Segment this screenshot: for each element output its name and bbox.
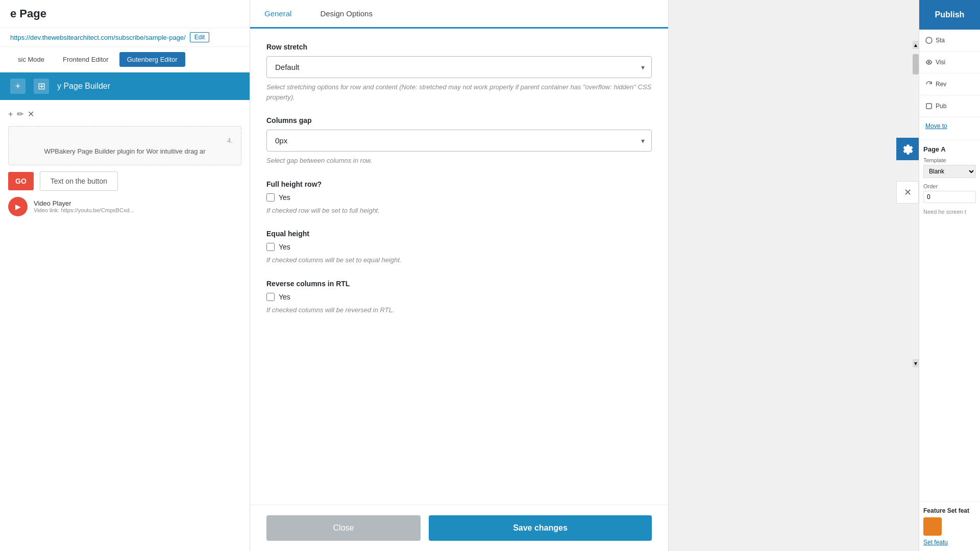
columns-gap-hint: Select gap between columns in row.: [266, 156, 652, 166]
tab-design-options[interactable]: Design Options: [306, 0, 387, 27]
row-stretch-select-wrapper: Default Stretch row Stretch row and cont…: [266, 56, 652, 78]
svg-rect-2: [926, 104, 932, 109]
feature-set-link[interactable]: Set featu: [923, 539, 976, 546]
builder-title: y Page Builder: [57, 82, 110, 91]
text-on-button: Text on the button: [40, 171, 118, 191]
sidebar-item-status[interactable]: Sta: [919, 30, 980, 52]
reverse-columns-rtl-label: Reverse columns in RTL: [266, 280, 652, 288]
modal-tabs: General Design Options: [250, 0, 668, 29]
sidebar-item-status-label: Sta: [936, 37, 945, 44]
row-stretch-group: Row stretch Default Stretch row Stretch …: [266, 43, 652, 102]
equal-height-label: Equal height: [266, 230, 652, 238]
feature-set-icon: [923, 517, 942, 536]
add-row-button[interactable]: +: [10, 79, 26, 94]
panel-close-button[interactable]: ✕: [896, 181, 919, 204]
editor-tabs: sic Mode Frontend Editor Gutenberg Edito…: [0, 47, 250, 72]
tab-gutenberg[interactable]: Gutenberg Editor: [119, 52, 185, 67]
order-field: Order 0: [923, 183, 976, 203]
columns-gap-label: Columns gap: [266, 116, 652, 124]
reverse-columns-rtl-group: Reverse columns in RTL Yes If checked co…: [266, 280, 652, 315]
layout-button[interactable]: ⊞: [34, 79, 49, 94]
row-controls: + ✏ ✕: [8, 106, 241, 122]
equal-height-group: Equal height Yes If checked columns will…: [266, 230, 652, 265]
svg-point-0: [926, 37, 932, 43]
svg-point-1: [928, 62, 930, 63]
save-changes-button[interactable]: Save changes: [429, 515, 652, 541]
full-height-row-group: Full height row? Yes If checked row will…: [266, 180, 652, 216]
page-attributes-title: Page A: [923, 145, 976, 153]
sidebar-item-published-label: Pub: [936, 103, 946, 110]
sidebar-icon-list: Sta Visi Rev Pub: [919, 30, 980, 117]
sidebar-item-revisions[interactable]: Rev: [919, 73, 980, 95]
template-label: Template: [923, 157, 976, 163]
reverse-columns-rtl-hint: If checked columns will be reversed in R…: [266, 305, 652, 315]
video-title: Video Player: [34, 199, 134, 207]
row-stretch-label: Row stretch: [266, 43, 652, 51]
full-height-row-checkbox-row: Yes: [266, 193, 652, 202]
full-height-row-label: Full height row?: [266, 180, 652, 188]
modal-body: Row stretch Default Stretch row Stretch …: [250, 29, 668, 505]
sidebar-item-published[interactable]: Pub: [919, 95, 980, 117]
builder-header: + ⊞ y Page Builder: [0, 72, 250, 100]
right-panel: Publish Sta Visi Rev Pub Move to Page A …: [919, 0, 980, 551]
order-label: Order: [923, 183, 976, 189]
builder-canvas: + ✏ ✕ 4. WPBakery Page Builder plugin fo…: [0, 100, 250, 228]
go-button[interactable]: GO: [8, 172, 34, 190]
tab-frontend[interactable]: Frontend Editor: [55, 52, 116, 67]
gear-button[interactable]: [896, 138, 919, 160]
equal-height-checkbox-label[interactable]: Yes: [279, 243, 290, 251]
tab-classic[interactable]: sic Mode: [10, 52, 52, 67]
equal-height-hint: If checked columns will be set to equal …: [266, 255, 652, 265]
full-height-row-hint: If checked row will be set to full heigh…: [266, 206, 652, 216]
feature-set-title: Feature Set feat: [923, 507, 976, 514]
number-badge: 4.: [17, 135, 233, 146]
video-info: Video Player Video link: https://youtu.b…: [34, 199, 134, 213]
sidebar-item-revisions-label: Rev: [936, 81, 946, 88]
close-button[interactable]: Close: [266, 515, 421, 541]
page-title: e Page: [10, 7, 239, 20]
content-text: WPBakery Page Builder plugin for Wor int…: [17, 146, 233, 157]
scroll-up-button[interactable]: ▲: [913, 41, 919, 49]
row-stretch-select[interactable]: Default Stretch row Stretch row and cont…: [266, 56, 652, 78]
left-panel: e Page https://dev.thewebsitearchitect.c…: [0, 0, 250, 551]
content-block: 4. WPBakery Page Builder plugin for Wor …: [8, 126, 241, 165]
full-height-row-checkbox[interactable]: [266, 193, 275, 202]
video-row: ▶ Video Player Video link: https://youtu…: [8, 197, 241, 216]
template-field: Template Blank: [923, 157, 976, 178]
close-x-icon: ✕: [904, 187, 912, 198]
order-input[interactable]: 0: [923, 191, 976, 203]
sidebar-item-visibility[interactable]: Visi: [919, 52, 980, 73]
tab-general[interactable]: General: [250, 0, 306, 29]
url-bar: https://dev.thewebsitearchitect.com/subs…: [0, 28, 250, 47]
sidebar-item-visibility-label: Visi: [936, 59, 945, 66]
columns-gap-select-wrapper: 0px 5px 10px 15px 20px 35px ▾: [266, 130, 652, 152]
full-height-row-checkbox-label[interactable]: Yes: [279, 193, 290, 202]
page-title-bar: e Page: [0, 0, 250, 28]
row-stretch-hint: Select stretching options for row and co…: [266, 82, 652, 102]
reverse-columns-rtl-checkbox-label[interactable]: Yes: [279, 293, 290, 301]
reverse-columns-rtl-checkbox-row: Yes: [266, 293, 652, 301]
video-link: Video link: https://youtu.be/CmpsBCxd...: [34, 207, 134, 213]
reverse-columns-rtl-checkbox[interactable]: [266, 293, 275, 301]
publish-button[interactable]: Publish: [919, 0, 980, 30]
columns-gap-select[interactable]: 0px 5px 10px 15px 20px 35px: [266, 130, 652, 152]
scroll-down-button[interactable]: ▼: [913, 359, 919, 367]
page-url[interactable]: https://dev.thewebsitearchitect.com/subs…: [10, 34, 186, 41]
move-to-link[interactable]: Move to: [919, 117, 980, 135]
equal-height-checkbox[interactable]: [266, 243, 275, 251]
edit-button[interactable]: Edit: [190, 32, 210, 42]
delete-row-button[interactable]: ✕: [28, 109, 34, 119]
modal-scrollbar: ▲ ▼: [913, 41, 919, 367]
add-element-button[interactable]: +: [8, 110, 13, 119]
scrollbar-thumb[interactable]: [913, 54, 919, 74]
template-select[interactable]: Blank: [923, 165, 976, 178]
modal-panel: General Design Options Row stretch Defau…: [250, 0, 669, 551]
video-play-button[interactable]: ▶: [8, 197, 28, 216]
modal-footer: Close Save changes: [250, 505, 668, 551]
page-attr-note: Need he screen t: [923, 208, 976, 216]
edit-row-button[interactable]: ✏: [17, 109, 23, 119]
button-row: GO Text on the button: [8, 171, 241, 191]
columns-gap-group: Columns gap 0px 5px 10px 15px 20px 35px …: [266, 116, 652, 166]
equal-height-checkbox-row: Yes: [266, 243, 652, 251]
